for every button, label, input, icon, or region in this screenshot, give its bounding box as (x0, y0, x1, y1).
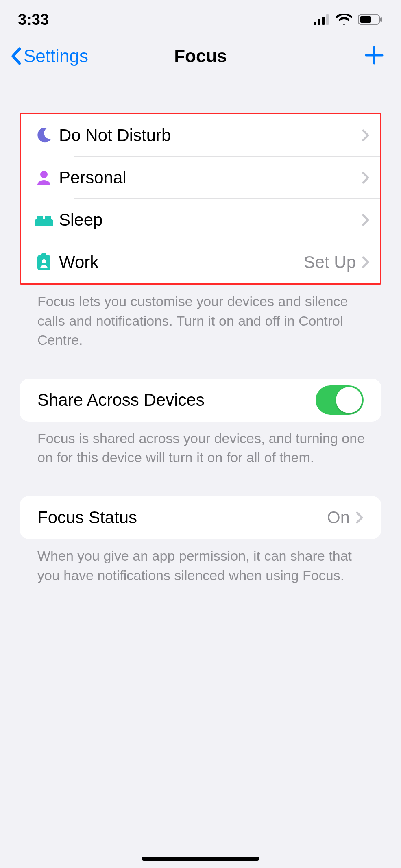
chevron-right-icon (355, 511, 364, 524)
share-across-devices-row: Share Across Devices (20, 379, 381, 422)
focus-status-label: Focus Status (37, 508, 137, 527)
chevron-right-icon (362, 171, 370, 184)
svg-rect-5 (380, 17, 382, 22)
nav-bar: Settings Focus (0, 32, 401, 80)
focus-status-footer: When you give an app permission, it can … (20, 539, 381, 585)
focus-status-card: Focus Status On (20, 496, 381, 539)
share-footer: Focus is shared across your devices, and… (20, 422, 381, 468)
status-time: 3:33 (18, 11, 49, 28)
focus-mode-personal[interactable]: Personal (21, 157, 380, 199)
focus-mode-label: Personal (59, 168, 362, 187)
badge-icon (31, 253, 57, 271)
chevron-right-icon (362, 256, 370, 269)
add-button[interactable] (364, 46, 384, 67)
focus-modes-list: Do Not Disturb Personal (20, 113, 381, 285)
svg-point-7 (40, 171, 48, 178)
focus-mode-label: Sleep (59, 210, 362, 230)
chevron-right-icon (362, 129, 370, 142)
moon-icon (31, 126, 57, 144)
focus-mode-sleep[interactable]: Sleep (21, 199, 380, 241)
chevron-right-icon (362, 213, 370, 226)
svg-rect-9 (35, 223, 53, 226)
battery-icon (358, 14, 383, 25)
svg-rect-3 (326, 14, 329, 25)
focus-mode-dnd[interactable]: Do Not Disturb (21, 114, 380, 157)
svg-rect-0 (314, 22, 316, 25)
back-label: Settings (24, 46, 88, 66)
toggle-knob (336, 387, 362, 413)
svg-rect-11 (45, 216, 51, 219)
cellular-icon (314, 14, 330, 25)
svg-rect-6 (360, 16, 371, 23)
status-indicators (314, 14, 383, 25)
plus-icon (364, 46, 384, 67)
share-across-devices-card: Share Across Devices (20, 379, 381, 422)
status-bar: 3:33 (0, 7, 401, 32)
svg-rect-13 (41, 253, 46, 257)
person-icon (31, 169, 57, 187)
focus-mode-label: Work (59, 252, 304, 272)
focus-mode-label: Do Not Disturb (59, 126, 362, 145)
bed-icon (31, 212, 57, 228)
focus-mode-work[interactable]: Work Set Up (21, 241, 380, 283)
page-title: Focus (174, 46, 227, 66)
focus-status-value: On (327, 508, 350, 527)
focus-modes-footer: Focus lets you customise your devices an… (20, 285, 381, 350)
share-toggle[interactable] (316, 385, 364, 415)
focus-mode-detail: Set Up (304, 252, 356, 272)
share-label: Share Across Devices (37, 390, 205, 410)
svg-rect-10 (37, 216, 43, 219)
focus-status-row[interactable]: Focus Status On (20, 496, 381, 539)
svg-rect-1 (318, 19, 320, 25)
svg-rect-2 (322, 17, 325, 25)
back-button[interactable]: Settings (10, 46, 88, 66)
svg-point-14 (42, 259, 46, 263)
chevron-left-icon (10, 47, 22, 65)
wifi-icon (336, 14, 352, 25)
home-indicator[interactable] (142, 857, 259, 861)
